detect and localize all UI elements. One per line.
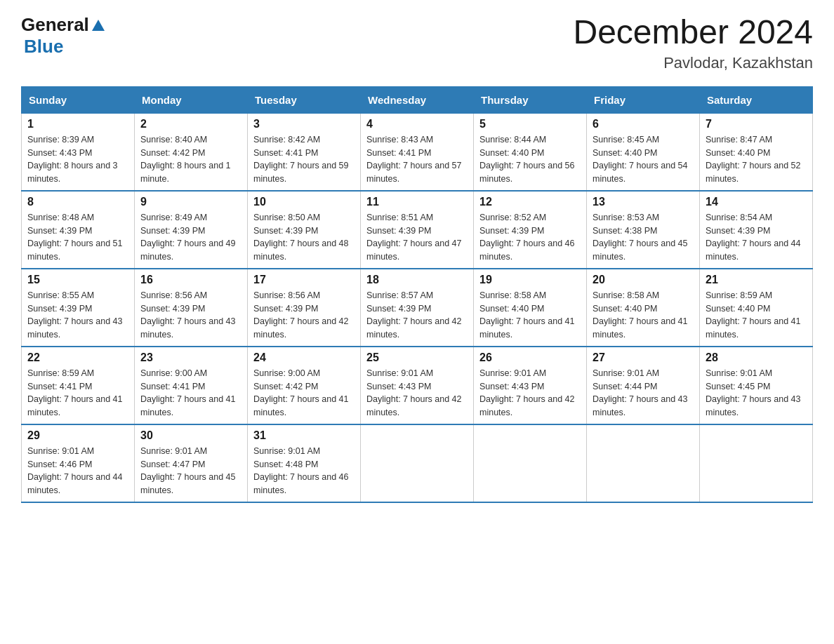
day-number: 17 bbox=[253, 274, 355, 286]
day-number: 11 bbox=[366, 196, 468, 208]
calendar-cell: 1 Sunrise: 8:39 AM Sunset: 4:43 PM Dayli… bbox=[22, 113, 135, 191]
calendar-cell: 13 Sunrise: 8:53 AM Sunset: 4:38 PM Dayl… bbox=[587, 191, 700, 269]
day-info: Sunrise: 8:39 AM Sunset: 4:43 PM Dayligh… bbox=[27, 133, 128, 186]
day-info: Sunrise: 9:00 AM Sunset: 4:42 PM Dayligh… bbox=[253, 367, 355, 420]
calendar-cell: 7 Sunrise: 8:47 AM Sunset: 4:40 PM Dayli… bbox=[700, 113, 813, 191]
day-number: 19 bbox=[479, 274, 581, 286]
calendar-cell: 24 Sunrise: 9:00 AM Sunset: 4:42 PM Dayl… bbox=[248, 347, 361, 424]
day-info: Sunrise: 8:47 AM Sunset: 4:40 PM Dayligh… bbox=[706, 133, 807, 186]
day-info: Sunrise: 8:51 AM Sunset: 4:39 PM Dayligh… bbox=[366, 211, 468, 264]
svg-marker-0 bbox=[92, 20, 105, 31]
calendar-cell: 19 Sunrise: 8:58 AM Sunset: 4:40 PM Dayl… bbox=[474, 269, 587, 347]
calendar-cell: 3 Sunrise: 8:42 AM Sunset: 4:41 PM Dayli… bbox=[248, 113, 361, 191]
day-info: Sunrise: 8:59 AM Sunset: 4:41 PM Dayligh… bbox=[27, 367, 128, 420]
weekday-header-sunday: Sunday bbox=[22, 86, 135, 113]
calendar-cell bbox=[361, 424, 474, 502]
calendar-cell: 2 Sunrise: 8:40 AM Sunset: 4:42 PM Dayli… bbox=[135, 113, 248, 191]
weekday-header-row: SundayMondayTuesdayWednesdayThursdayFrid… bbox=[22, 86, 813, 113]
calendar-cell: 27 Sunrise: 9:01 AM Sunset: 4:44 PM Dayl… bbox=[587, 347, 700, 424]
day-number: 5 bbox=[479, 118, 581, 130]
calendar-week-4: 22 Sunrise: 8:59 AM Sunset: 4:41 PM Dayl… bbox=[22, 347, 813, 424]
day-info: Sunrise: 8:57 AM Sunset: 4:39 PM Dayligh… bbox=[366, 289, 468, 342]
day-info: Sunrise: 8:45 AM Sunset: 4:40 PM Dayligh… bbox=[593, 133, 694, 186]
calendar-cell: 12 Sunrise: 8:52 AM Sunset: 4:39 PM Dayl… bbox=[474, 191, 587, 269]
day-number: 15 bbox=[27, 274, 128, 286]
day-info: Sunrise: 8:56 AM Sunset: 4:39 PM Dayligh… bbox=[140, 289, 241, 342]
calendar-cell: 22 Sunrise: 8:59 AM Sunset: 4:41 PM Dayl… bbox=[22, 347, 135, 424]
calendar-cell: 4 Sunrise: 8:43 AM Sunset: 4:41 PM Dayli… bbox=[361, 113, 474, 191]
calendar-cell: 18 Sunrise: 8:57 AM Sunset: 4:39 PM Dayl… bbox=[361, 269, 474, 347]
weekday-header-thursday: Thursday bbox=[474, 86, 587, 113]
day-number: 23 bbox=[140, 351, 241, 364]
day-info: Sunrise: 8:43 AM Sunset: 4:41 PM Dayligh… bbox=[366, 133, 468, 186]
calendar-cell: 23 Sunrise: 9:00 AM Sunset: 4:41 PM Dayl… bbox=[135, 347, 248, 424]
day-info: Sunrise: 8:58 AM Sunset: 4:40 PM Dayligh… bbox=[479, 289, 581, 342]
day-info: Sunrise: 8:54 AM Sunset: 4:39 PM Dayligh… bbox=[706, 211, 807, 264]
calendar-table: SundayMondayTuesdayWednesdayThursdayFrid… bbox=[21, 86, 813, 503]
day-number: 16 bbox=[140, 274, 241, 286]
day-info: Sunrise: 9:01 AM Sunset: 4:47 PM Dayligh… bbox=[140, 445, 241, 497]
calendar-week-5: 29 Sunrise: 9:01 AM Sunset: 4:46 PM Dayl… bbox=[22, 424, 813, 502]
day-number: 8 bbox=[27, 196, 128, 208]
calendar-body: 1 Sunrise: 8:39 AM Sunset: 4:43 PM Dayli… bbox=[22, 113, 813, 502]
day-info: Sunrise: 8:42 AM Sunset: 4:41 PM Dayligh… bbox=[253, 133, 355, 186]
calendar-cell: 25 Sunrise: 9:01 AM Sunset: 4:43 PM Dayl… bbox=[361, 347, 474, 424]
day-number: 3 bbox=[253, 118, 355, 130]
location-subtitle: Pavlodar, Kazakhstan bbox=[573, 54, 813, 72]
day-number: 12 bbox=[479, 196, 581, 208]
calendar-cell: 28 Sunrise: 9:01 AM Sunset: 4:45 PM Dayl… bbox=[700, 347, 813, 424]
page-title: December 2024 bbox=[573, 14, 813, 51]
weekday-header-friday: Friday bbox=[587, 86, 700, 113]
weekday-header-tuesday: Tuesday bbox=[248, 86, 361, 113]
logo-triangle-icon bbox=[91, 18, 106, 34]
calendar-header: SundayMondayTuesdayWednesdayThursdayFrid… bbox=[22, 86, 813, 113]
calendar-cell: 9 Sunrise: 8:49 AM Sunset: 4:39 PM Dayli… bbox=[135, 191, 248, 269]
logo-blue-text: Blue bbox=[24, 36, 63, 57]
day-info: Sunrise: 8:58 AM Sunset: 4:40 PM Dayligh… bbox=[593, 289, 694, 342]
day-number: 1 bbox=[27, 118, 128, 130]
day-info: Sunrise: 9:01 AM Sunset: 4:45 PM Dayligh… bbox=[706, 367, 807, 420]
day-info: Sunrise: 8:48 AM Sunset: 4:39 PM Dayligh… bbox=[27, 211, 128, 264]
day-number: 2 bbox=[140, 118, 241, 130]
calendar-cell: 15 Sunrise: 8:55 AM Sunset: 4:39 PM Dayl… bbox=[22, 269, 135, 347]
day-number: 18 bbox=[366, 274, 468, 286]
calendar-cell: 10 Sunrise: 8:50 AM Sunset: 4:39 PM Dayl… bbox=[248, 191, 361, 269]
day-number: 31 bbox=[253, 429, 355, 442]
day-number: 6 bbox=[593, 118, 694, 130]
day-number: 25 bbox=[366, 351, 468, 364]
day-number: 9 bbox=[140, 196, 241, 208]
day-info: Sunrise: 8:49 AM Sunset: 4:39 PM Dayligh… bbox=[140, 211, 241, 264]
day-info: Sunrise: 9:01 AM Sunset: 4:43 PM Dayligh… bbox=[479, 367, 581, 420]
day-info: Sunrise: 8:53 AM Sunset: 4:38 PM Dayligh… bbox=[593, 211, 694, 264]
weekday-header-saturday: Saturday bbox=[700, 86, 813, 113]
day-info: Sunrise: 9:01 AM Sunset: 4:48 PM Dayligh… bbox=[253, 445, 355, 497]
day-number: 26 bbox=[479, 351, 581, 364]
day-number: 14 bbox=[706, 196, 807, 208]
calendar-week-3: 15 Sunrise: 8:55 AM Sunset: 4:39 PM Dayl… bbox=[22, 269, 813, 347]
calendar-cell: 6 Sunrise: 8:45 AM Sunset: 4:40 PM Dayli… bbox=[587, 113, 700, 191]
day-info: Sunrise: 9:01 AM Sunset: 4:44 PM Dayligh… bbox=[593, 367, 694, 420]
day-info: Sunrise: 9:01 AM Sunset: 4:43 PM Dayligh… bbox=[366, 367, 468, 420]
weekday-header-wednesday: Wednesday bbox=[361, 86, 474, 113]
day-info: Sunrise: 8:44 AM Sunset: 4:40 PM Dayligh… bbox=[479, 133, 581, 186]
calendar-cell: 21 Sunrise: 8:59 AM Sunset: 4:40 PM Dayl… bbox=[700, 269, 813, 347]
day-number: 24 bbox=[253, 351, 355, 364]
day-number: 13 bbox=[593, 196, 694, 208]
day-info: Sunrise: 8:55 AM Sunset: 4:39 PM Dayligh… bbox=[27, 289, 128, 342]
day-info: Sunrise: 8:50 AM Sunset: 4:39 PM Dayligh… bbox=[253, 211, 355, 264]
title-section: December 2024 Pavlodar, Kazakhstan bbox=[573, 14, 813, 72]
calendar-cell: 8 Sunrise: 8:48 AM Sunset: 4:39 PM Dayli… bbox=[22, 191, 135, 269]
day-info: Sunrise: 8:59 AM Sunset: 4:40 PM Dayligh… bbox=[706, 289, 807, 342]
day-number: 10 bbox=[253, 196, 355, 208]
calendar-cell: 20 Sunrise: 8:58 AM Sunset: 4:40 PM Dayl… bbox=[587, 269, 700, 347]
calendar-cell: 17 Sunrise: 8:56 AM Sunset: 4:39 PM Dayl… bbox=[248, 269, 361, 347]
calendar-cell bbox=[700, 424, 813, 502]
calendar-week-1: 1 Sunrise: 8:39 AM Sunset: 4:43 PM Dayli… bbox=[22, 113, 813, 191]
day-number: 21 bbox=[706, 274, 807, 286]
day-number: 20 bbox=[593, 274, 694, 286]
calendar-cell: 26 Sunrise: 9:01 AM Sunset: 4:43 PM Dayl… bbox=[474, 347, 587, 424]
calendar-week-2: 8 Sunrise: 8:48 AM Sunset: 4:39 PM Dayli… bbox=[22, 191, 813, 269]
calendar-cell bbox=[474, 424, 587, 502]
calendar-cell: 5 Sunrise: 8:44 AM Sunset: 4:40 PM Dayli… bbox=[474, 113, 587, 191]
page-header: General Blue December 2024 Pavlodar, Kaz… bbox=[21, 14, 813, 72]
